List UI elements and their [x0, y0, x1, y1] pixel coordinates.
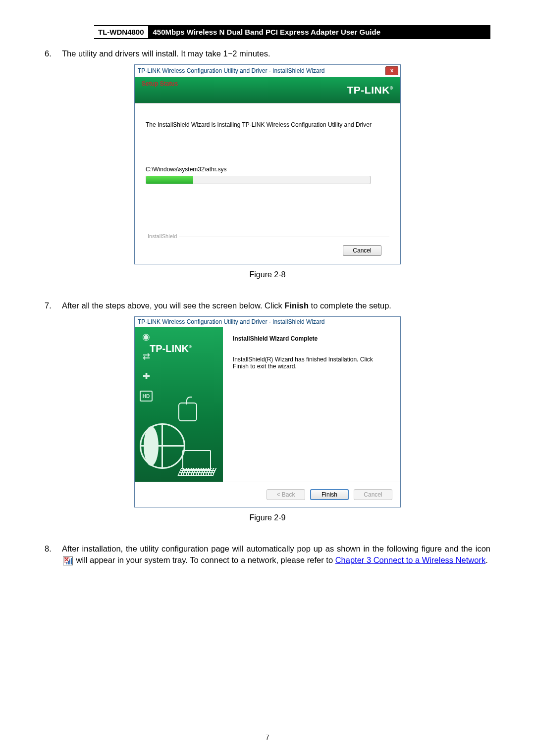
- installshield-label: InstallShield: [146, 233, 179, 239]
- complete-heading: InstallShield Wizard Complete: [233, 335, 390, 342]
- step-8-number: 8.: [45, 543, 62, 566]
- page: TL-WDN4800 450Mbps Wireless N Dual Band …: [0, 0, 535, 756]
- doc-header: TL-WDN4800 450Mbps Wireless N Dual Band …: [94, 25, 490, 39]
- tplink-logo: TP-LINK®: [347, 84, 393, 96]
- step-8-text: After installation, the utility configur…: [62, 543, 490, 566]
- back-button: < Back: [267, 489, 305, 500]
- dialog2-right: InstallShield Wizard Complete InstallShi…: [223, 327, 400, 482]
- side-icons: ◉ ⇄ ✚ HD: [140, 330, 153, 409]
- dialog2-side-graphic: ◉ ⇄ ✚ HD TP-LINK®: [135, 327, 223, 482]
- doc-model: TL-WDN4800: [94, 26, 148, 38]
- dialog-titlebar: TP-LINK Wireless Configuration Utility a…: [135, 65, 400, 77]
- install-path-text: C:\Windows\system32\athr.sys: [146, 166, 389, 173]
- tplink-logo-side: TP-LINK®: [150, 343, 192, 354]
- step-6: 6. The utility and drivers will install.…: [45, 48, 490, 59]
- step-8: 8. After installation, the utility confi…: [45, 543, 490, 566]
- step-7: 7. After all the steps above, you will s…: [45, 300, 490, 311]
- disc-icon: ◉: [140, 330, 153, 343]
- dialog-banner: Setup Status TP-LINK®: [135, 77, 400, 103]
- install-status-text: The InstallShield Wizard is installing T…: [146, 121, 389, 128]
- globe-icon: [140, 423, 185, 469]
- step-7-text: After all the steps above, you will see …: [62, 300, 490, 311]
- setup-status-label: Setup Status: [142, 80, 178, 87]
- figure-2-8-caption: Figure 2-8: [45, 270, 490, 279]
- finish-button[interactable]: Finish: [310, 489, 349, 500]
- install-complete-dialog: TP-LINK Wireless Configuration Utility a…: [134, 316, 401, 507]
- dialog2-footer: < Back Finish Cancel: [135, 482, 400, 507]
- cancel-button-2: Cancel: [354, 489, 392, 500]
- hd-icon: HD: [140, 390, 153, 403]
- mouse-icon: [178, 403, 197, 421]
- complete-body-text: InstallShield(R) Wizard has finished Ins…: [233, 356, 390, 370]
- dialog-title-text: TP-LINK Wireless Configuration Utility a…: [138, 67, 385, 74]
- step-6-number: 6.: [45, 48, 62, 59]
- plus-shield-icon: ✚: [140, 370, 153, 383]
- laptop-icon: [179, 450, 215, 476]
- close-icon[interactable]: x: [385, 66, 398, 75]
- doc-title: 450Mbps Wireless N Dual Band PCI Express…: [148, 26, 490, 38]
- progress-bar: [146, 176, 371, 184]
- install-progress-dialog: TP-LINK Wireless Configuration Utility a…: [134, 64, 401, 264]
- cancel-button[interactable]: Cancel: [343, 245, 381, 256]
- progress-bar-fill: [146, 176, 193, 184]
- step-7-number: 7.: [45, 300, 62, 311]
- dialog-footer: InstallShield Cancel: [146, 237, 389, 264]
- chapter-3-link[interactable]: Chapter 3 Connect to a Wireless Network: [335, 555, 486, 564]
- page-number: 7: [0, 733, 535, 741]
- dialog2-main: ◉ ⇄ ✚ HD TP-LINK® In: [135, 327, 400, 482]
- step-6-text: The utility and drivers will install. It…: [62, 48, 490, 59]
- figure-2-9-caption: Figure 2-9: [45, 513, 490, 522]
- tray-icon: [63, 556, 73, 565]
- dialog-body: The InstallShield Wizard is installing T…: [135, 103, 400, 264]
- dialog2-title-text: TP-LINK Wireless Configuration Utility a…: [135, 317, 400, 327]
